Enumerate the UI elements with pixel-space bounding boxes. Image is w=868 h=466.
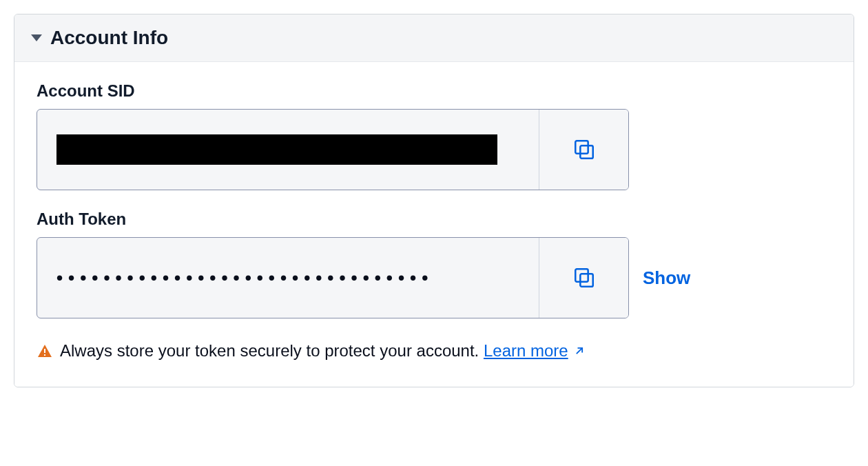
account-sid-redacted <box>56 134 497 165</box>
svg-rect-2 <box>580 274 592 286</box>
learn-more-link[interactable]: Learn more <box>484 338 586 364</box>
warning-text: Always store your token securely to prot… <box>60 341 484 360</box>
auth-token-row: •••••••••••••••••••••••••••••••• Show <box>37 237 831 318</box>
account-sid-group: Account SID <box>37 81 831 190</box>
svg-rect-1 <box>575 141 588 153</box>
account-info-panel: Account Info Account SID <box>14 14 854 387</box>
caret-down-icon <box>31 34 42 41</box>
copy-account-sid-button[interactable] <box>539 110 628 190</box>
auth-token-label: Auth Token <box>37 210 831 229</box>
svg-rect-3 <box>575 269 588 281</box>
account-sid-field[interactable] <box>37 110 539 190</box>
panel-body: Account SID <box>14 62 854 387</box>
auth-token-field[interactable]: •••••••••••••••••••••••••••••••• <box>37 238 539 318</box>
account-sid-row <box>37 109 831 190</box>
svg-rect-0 <box>580 145 592 158</box>
svg-rect-5 <box>44 354 45 356</box>
copy-icon <box>572 266 596 290</box>
warning-icon <box>37 341 53 367</box>
account-sid-input-wrapper <box>37 109 629 190</box>
learn-more-text: Learn more <box>484 338 568 364</box>
copy-icon <box>572 138 596 161</box>
auth-token-group: Auth Token •••••••••••••••••••••••••••••… <box>37 210 831 318</box>
external-link-icon <box>572 344 586 358</box>
svg-rect-4 <box>44 349 45 353</box>
show-auth-token-button[interactable]: Show <box>643 267 690 289</box>
panel-header[interactable]: Account Info <box>14 14 854 62</box>
panel-title: Account Info <box>50 27 168 49</box>
token-warning: Always store your token securely to prot… <box>37 338 831 367</box>
auth-token-input-wrapper: •••••••••••••••••••••••••••••••• <box>37 237 629 318</box>
auth-token-masked: •••••••••••••••••••••••••••••••• <box>56 267 433 289</box>
account-sid-label: Account SID <box>37 81 831 101</box>
copy-auth-token-button[interactable] <box>539 238 628 318</box>
warning-text-container: Always store your token securely to prot… <box>60 338 831 364</box>
